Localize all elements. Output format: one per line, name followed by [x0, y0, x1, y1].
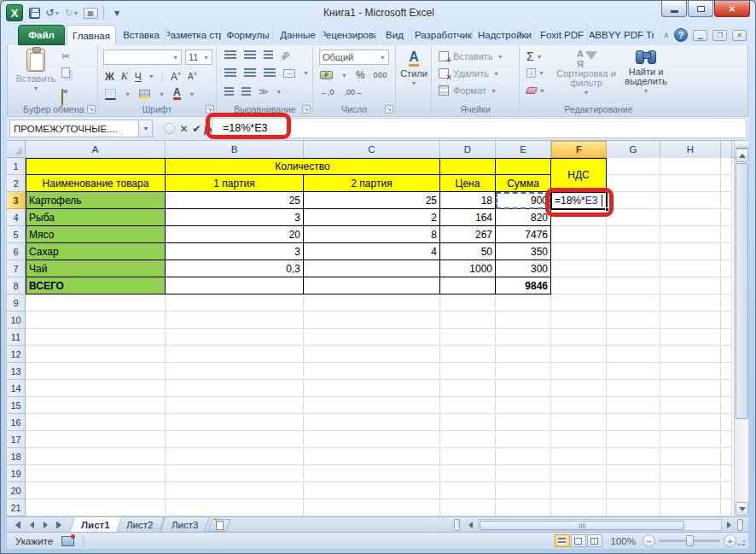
accounting-format-icon[interactable]: ₽	[320, 71, 333, 79]
cell-C2[interactable]: 2 партия	[304, 175, 440, 192]
row-header-8[interactable]: 8	[7, 277, 26, 294]
increase-indent-icon[interactable]	[241, 87, 251, 96]
workbook-restore-icon[interactable]: ❐	[712, 30, 727, 41]
cell-A3[interactable]: Картофель	[26, 192, 166, 209]
vertical-split-handle[interactable]	[736, 141, 748, 149]
row-header-21[interactable]: 21	[7, 499, 26, 516]
cell-C4[interactable]: 2	[304, 209, 440, 226]
cut-icon[interactable]: ✂	[61, 50, 70, 62]
align-bottom-icon[interactable]	[264, 50, 273, 60]
ribbon-tab-рецензирова[interactable]: Рецензирова	[323, 25, 376, 45]
restore-button[interactable]	[688, 1, 713, 17]
hscroll-split-handle[interactable]	[737, 519, 743, 531]
column-header-E[interactable]: E	[496, 141, 551, 158]
styles-button[interactable]: А Стили▼	[401, 50, 427, 86]
customize-qat-button[interactable]: ▾	[109, 5, 125, 20]
align-left-icon[interactable]	[224, 68, 236, 78]
row-header-2[interactable]: 2	[7, 175, 26, 192]
cell-A6[interactable]: Сахар	[26, 243, 166, 260]
workbook-minimize-icon[interactable]: ▁	[693, 30, 707, 41]
row-header-13[interactable]: 13	[7, 363, 26, 380]
find-select-button[interactable]: Найти и выделить▼	[619, 49, 673, 94]
zoom-slider[interactable]	[659, 539, 720, 542]
increase-decimal-icon[interactable]: ←,0	[320, 88, 334, 96]
cell-B4[interactable]: 3	[166, 209, 304, 226]
prev-sheet-button[interactable]	[26, 519, 38, 531]
cell-C7[interactable]	[304, 260, 440, 277]
undo-button[interactable]: ↺▼	[45, 5, 61, 20]
column-header-sliver[interactable]	[721, 141, 732, 158]
decrease-indent-icon[interactable]	[224, 87, 234, 96]
normal-view-button[interactable]	[555, 534, 570, 547]
next-sheet-button[interactable]	[39, 519, 51, 531]
font-size-combo[interactable]: 11▼	[185, 50, 212, 65]
copy-icon[interactable]	[61, 67, 70, 78]
cell-A4[interactable]: Рыба	[26, 209, 166, 226]
percent-style-icon[interactable]: %	[356, 69, 365, 81]
fill-handle[interactable]	[605, 207, 609, 212]
merge-center-icon[interactable]: ↔	[283, 69, 295, 78]
bold-button[interactable]: Ж	[105, 71, 114, 83]
zoom-in-button[interactable]: +	[724, 534, 736, 547]
cell-E4[interactable]: 820	[496, 209, 551, 226]
column-header-A[interactable]: A	[26, 141, 166, 158]
workbook-close-icon[interactable]: ✕	[732, 30, 747, 41]
sort-filter-button[interactable]: АЯ Сортировка и фильтр▼	[555, 49, 617, 96]
sheet-tab-лист2[interactable]: Лист2	[114, 517, 165, 533]
first-sheet-button[interactable]	[12, 519, 24, 531]
row-header-6[interactable]: 6	[7, 243, 26, 260]
align-center-icon[interactable]	[244, 68, 256, 78]
cell-F1[interactable]: НДС	[551, 158, 607, 192]
align-middle-icon[interactable]	[244, 50, 256, 60]
column-header-C[interactable]: C	[304, 141, 440, 158]
cell-E8[interactable]: 9846	[496, 277, 551, 294]
cell-D6[interactable]: 50	[440, 243, 496, 260]
cell-B1[interactable]: Количество	[166, 158, 440, 175]
hscroll-right-button[interactable]	[723, 519, 735, 531]
save-button[interactable]	[26, 5, 42, 20]
decrease-decimal-icon[interactable]: ,00→	[345, 88, 363, 96]
row-header-15[interactable]: 15	[7, 397, 26, 414]
zoom-level[interactable]: 100%	[611, 536, 636, 546]
sheet-tab-лист3[interactable]: Лист3	[160, 517, 210, 533]
horizontal-scroll-thumb[interactable]	[480, 521, 684, 530]
cell-D1[interactable]	[440, 158, 496, 175]
macro-record-icon[interactable]	[61, 536, 74, 546]
cell-C8[interactable]	[304, 277, 440, 294]
page-layout-view-button[interactable]	[571, 534, 586, 547]
cell-B6[interactable]: 3	[166, 243, 304, 260]
row-header-5[interactable]: 5	[7, 226, 26, 243]
zoom-out-button[interactable]: −	[643, 534, 655, 547]
column-header-G[interactable]: G	[607, 141, 660, 158]
cell-B2[interactable]: 1 партия	[166, 175, 304, 192]
ribbon-tab-данные[interactable]: Данные	[275, 25, 322, 45]
row-header-9[interactable]: 9	[7, 294, 26, 312]
ribbon-tab-foxit-pdf[interactable]: Foxit PDF	[537, 25, 588, 45]
cell-E1[interactable]	[496, 158, 551, 175]
help-icon[interactable]: ?	[674, 28, 688, 42]
alignment-dialog-launcher[interactable]: ↘	[302, 105, 311, 114]
ribbon-tab-надстройки[interactable]: Надстройки	[475, 25, 535, 45]
name-box-dropdown-icon[interactable]: ▼	[140, 120, 153, 137]
row-header-4[interactable]: 4	[7, 209, 26, 226]
delete-cells-button[interactable]: Удалить▼	[439, 68, 499, 79]
cell-B3[interactable]: 25	[166, 192, 304, 209]
cell-D2[interactable]: Цена	[440, 175, 496, 192]
row-header-3[interactable]: 3	[7, 192, 26, 209]
fill-color-button[interactable]	[139, 90, 150, 98]
horizontal-scrollbar[interactable]	[478, 519, 722, 531]
cell-F3-editing[interactable]: =18%*E3	[550, 191, 608, 210]
name-box[interactable]: ПРОМЕЖУТОЧНЫЕ....	[9, 120, 139, 137]
column-header-F[interactable]: F	[551, 141, 607, 158]
resize-grip[interactable]	[736, 537, 747, 547]
tab-split-handle[interactable]	[454, 519, 460, 531]
ribbon-tab-вид[interactable]: Вид	[378, 25, 412, 45]
cell-D4[interactable]: 164	[440, 209, 496, 226]
collapse-ribbon-icon[interactable]: ∧	[663, 31, 669, 39]
insert-cells-button[interactable]: Вставить▼	[439, 51, 503, 61]
vertical-scroll-thumb[interactable]	[736, 163, 748, 419]
column-header-H[interactable]: H	[660, 141, 721, 158]
cell-A2[interactable]: Наименование товара	[26, 175, 166, 192]
cell-C3[interactable]: 25	[304, 192, 440, 209]
align-top-icon[interactable]	[224, 50, 236, 60]
